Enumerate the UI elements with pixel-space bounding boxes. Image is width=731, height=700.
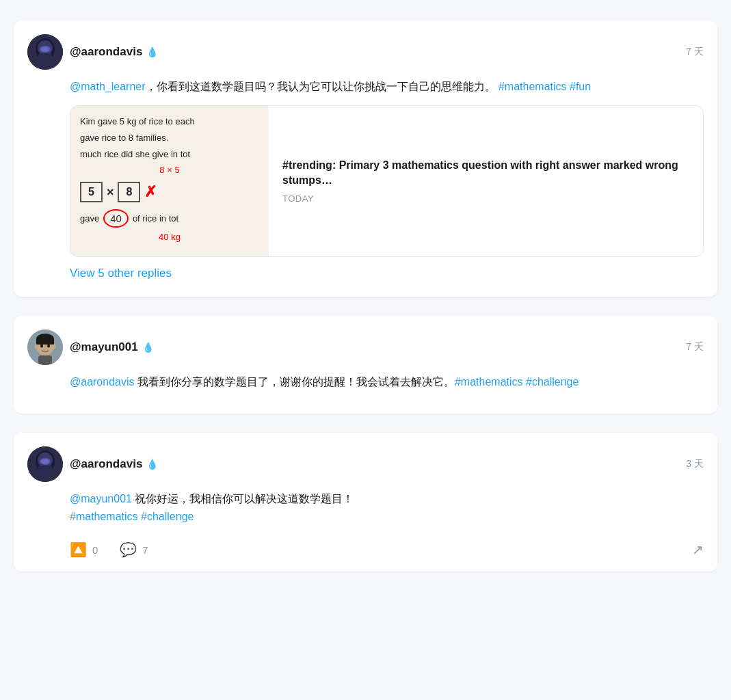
hashtag-mathematics-1[interactable]: #mathematics (499, 81, 567, 92)
post-body-1: @math_learner，你看到这道数学题目吗？我认为它可以让你挑战一下自己的… (70, 78, 704, 280)
post-body-2: @aarondavis 我看到你分享的数学题目了，谢谢你的提醒！我会试着去解决它… (70, 373, 704, 391)
comment-count: 7 (142, 544, 148, 556)
math-line-2: gave rice to 8 families. (80, 132, 259, 144)
svg-point-5 (41, 47, 49, 52)
math-box-5: 5 (80, 182, 103, 202)
math-line-1: Kim gave 5 kg of rice to each (80, 116, 259, 128)
username-row-1: @aarondavis 💧 (70, 45, 158, 59)
link-preview-source-1: TODAY (282, 193, 689, 204)
svg-point-20 (41, 459, 49, 464)
math-annotation-2: 40 kg (80, 232, 259, 242)
timestamp-1: 7 天 (686, 46, 704, 58)
post-actions-3: 🔼 0 💬 7 ↗ (70, 535, 704, 558)
svg-point-12 (35, 344, 38, 349)
avatar-aarondavis-1 (27, 34, 63, 70)
svg-point-11 (47, 344, 50, 347)
timestamp-2: 7 天 (686, 341, 704, 353)
username-row-2: @mayun001 💧 (70, 340, 154, 354)
svg-rect-18 (38, 466, 52, 475)
mention-aarondavis-1[interactable]: @aarondavis (70, 376, 135, 388)
comment-icon: 💬 (120, 541, 137, 558)
post-header-left-1: @aarondavis 💧 (27, 34, 158, 70)
post-text-2-plain: 我看到你分享的数学题目了，谢谢你的提醒！我会试着去解决它。 (135, 376, 455, 388)
verified-icon-2: 💧 (142, 342, 154, 353)
share-icon: ↗ (692, 541, 704, 558)
username-2: @mayun001 (70, 340, 138, 354)
username-1: @aarondavis (70, 45, 142, 59)
math-answer-40: 40 (103, 209, 129, 228)
post-text-3: @mayun001 祝你好运，我相信你可以解决这道数学题目！ #mathemat… (70, 490, 704, 525)
hashtag-mathematics-3[interactable]: #mathematics (70, 511, 138, 522)
share-action[interactable]: ↗ (692, 541, 704, 558)
wrong-mark: ✗ (144, 183, 157, 201)
separator-1 (0, 304, 731, 309)
post-text-3-plain: 祝你好运，我相信你可以解决这道数学题目！ (132, 493, 354, 504)
svg-point-10 (40, 344, 43, 347)
gave-label: gave (80, 213, 99, 224)
link-preview-title-1: #trending: Primary 3 mathematics questio… (282, 158, 689, 189)
mention-mayun001[interactable]: @mayun001 (70, 493, 132, 504)
post-header-left-2: @mayun001 💧 (27, 329, 154, 365)
post-card-2: @mayun001 💧 7 天 @aarondavis 我看到你分享的数学题目了… (14, 316, 717, 414)
comment-action[interactable]: 💬 7 (120, 541, 148, 558)
post-text-2: @aarondavis 我看到你分享的数学题目了，谢谢你的提醒！我会试着去解决它… (70, 373, 704, 391)
link-preview-image-1: Kim gave 5 kg of rice to each gave rice … (70, 106, 269, 256)
separator-2 (0, 420, 731, 426)
upvote-action[interactable]: 🔼 0 (70, 541, 98, 558)
hashtag-fun[interactable]: #fun (570, 81, 591, 92)
of-rice-label: of rice in tot (133, 213, 178, 224)
avatar-mayun (27, 329, 63, 365)
hashtag-challenge-1[interactable]: #challenge (526, 376, 579, 388)
username-3: @aarondavis (70, 457, 142, 471)
upvote-count: 0 (92, 544, 98, 556)
svg-rect-14 (38, 355, 52, 365)
link-preview-1[interactable]: Kim gave 5 kg of rice to each gave rice … (70, 105, 704, 257)
multiply-sign: × (107, 185, 114, 200)
feed-container: @aarondavis 💧 7 天 @math_learner，你看到这道数学题… (0, 0, 731, 592)
verified-icon-1: 💧 (146, 46, 158, 57)
timestamp-3: 3 天 (686, 458, 704, 470)
math-box-8: 8 (118, 182, 140, 202)
post-header-3: @aarondavis 💧 3 天 (27, 446, 704, 482)
verified-icon-3: 💧 (146, 459, 158, 470)
equation-row-1: 5 × 8 ✗ (80, 182, 259, 202)
view-replies-1[interactable]: View 5 other replies (70, 267, 704, 280)
post-header-2: @mayun001 💧 7 天 (27, 329, 704, 365)
svg-point-13 (53, 344, 56, 349)
svg-rect-9 (36, 339, 54, 345)
answer-row: gave 40 of rice in tot (80, 209, 259, 228)
math-line-3: much rice did she give in tot (80, 148, 259, 161)
avatar-aarondavis-2 (27, 446, 63, 482)
upvote-icon: 🔼 (70, 541, 87, 558)
post-card-1: @aarondavis 💧 7 天 @math_learner，你看到这道数学题… (14, 21, 717, 297)
hashtag-challenge-2[interactable]: #challenge (141, 511, 194, 522)
mention-math-learner[interactable]: @math_learner (70, 81, 146, 92)
hashtag-mathematics-2[interactable]: #mathematics (455, 376, 523, 388)
username-row-3: @aarondavis 💧 (70, 457, 158, 471)
post-header-left-3: @aarondavis 💧 (27, 446, 158, 482)
post-header-1: @aarondavis 💧 7 天 (27, 34, 704, 70)
svg-rect-3 (38, 53, 52, 63)
post-card-3: @aarondavis 💧 3 天 @mayun001 祝你好运，我相信你可以解… (14, 433, 717, 571)
link-preview-content-1: #trending: Primary 3 mathematics questio… (269, 106, 703, 256)
post-body-3: @mayun001 祝你好运，我相信你可以解决这道数学题目！ #mathemat… (70, 490, 704, 558)
post-text-1: @math_learner，你看到这道数学题目吗？我认为它可以让你挑战一下自己的… (70, 78, 704, 96)
post-text-plain-1: ，你看到这道数学题目吗？我认为它可以让你挑战一下自己的思维能力。 (146, 81, 499, 92)
math-annotation-1: 8 × 5 (80, 165, 259, 175)
